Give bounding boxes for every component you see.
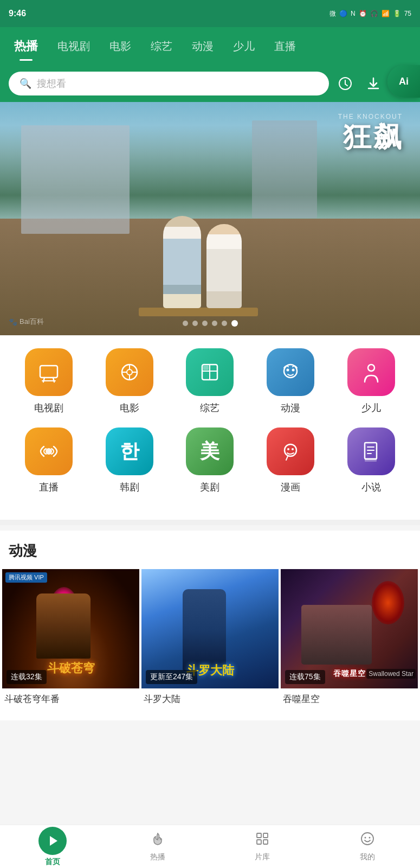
anime-card-2-image: 斗罗大陆 更新至247集 bbox=[141, 569, 279, 688]
tab-tv[interactable]: 电视剧 bbox=[48, 35, 100, 58]
svg-line-30 bbox=[286, 456, 288, 460]
svg-line-2 bbox=[345, 84, 347, 86]
hero-background: THE KNOCKOUT 狂飙 🐾 Bai百科 bbox=[0, 102, 420, 335]
svg-rect-6 bbox=[40, 366, 57, 378]
category-us-icon: 美 bbox=[186, 427, 234, 475]
category-korean-label: 韩剧 bbox=[120, 481, 139, 494]
svg-point-11 bbox=[127, 369, 132, 375]
svg-point-29 bbox=[292, 448, 294, 450]
categories-row-1: 电视剧 电影 bbox=[9, 348, 411, 414]
ai-label: Ai bbox=[399, 76, 409, 87]
category-us[interactable]: 美 美剧 bbox=[177, 427, 242, 494]
anime-card-1[interactable]: 斗破苍穹 腾讯视频 VIP 连载32集 斗破苍穹年番 bbox=[2, 569, 139, 710]
download-icon bbox=[366, 76, 381, 91]
card3-title: 吞噬星空 bbox=[281, 688, 418, 710]
search-input-wrap[interactable]: 🔍 搜想看 bbox=[9, 72, 329, 95]
tab-movie[interactable]: 电影 bbox=[100, 35, 141, 58]
anime-card-3[interactable]: 吞噬星空 Swallowed Star 连载75集 吞噬星空 bbox=[281, 569, 418, 710]
bottom-nav: 首页 热播 片库 我的 bbox=[0, 825, 420, 868]
bottom-nav-mine[interactable]: 我的 bbox=[315, 825, 420, 868]
search-bar: 🔍 搜想看 bbox=[0, 65, 420, 102]
grid-svg bbox=[255, 831, 270, 846]
category-kids-label: 少儿 bbox=[361, 401, 381, 414]
live-svg bbox=[37, 439, 61, 463]
dot-4 bbox=[212, 321, 217, 326]
anime-section: 动漫 斗破苍穹 腾讯视频 VIP 连载32集 斗破苍穹年番 斗罗大陆 更新至24 bbox=[0, 531, 420, 720]
tab-kids[interactable]: 少儿 bbox=[223, 35, 264, 58]
status-time: 9:46 bbox=[9, 9, 26, 18]
categories-section: 电视剧 电影 bbox=[0, 335, 420, 520]
status-icons: 微 🔵 N ⏰ 🎧 📶 🔋 75 bbox=[329, 9, 411, 18]
tab-hot[interactable]: 热播 bbox=[4, 34, 48, 59]
card3-fire bbox=[372, 581, 404, 624]
bottom-nav-home[interactable]: 首页 bbox=[0, 825, 105, 868]
search-icon: 🔍 bbox=[20, 78, 31, 90]
bottom-nav-mine-label: 我的 bbox=[360, 852, 375, 862]
baidu-watermark: 🐾 Bai百科 bbox=[9, 317, 44, 327]
dot-3 bbox=[202, 321, 208, 326]
card3-chars bbox=[301, 605, 372, 665]
status-bar: 9:46 微 🔵 N ⏰ 🎧 📶 🔋 75 bbox=[0, 0, 420, 27]
tab-live[interactable]: 直播 bbox=[264, 35, 306, 58]
category-variety[interactable]: 综艺 bbox=[177, 348, 242, 414]
search-placeholder: 搜想看 bbox=[37, 77, 66, 90]
svg-point-43 bbox=[365, 837, 366, 839]
category-tv-label: 电视剧 bbox=[34, 401, 63, 414]
svg-rect-40 bbox=[257, 840, 261, 844]
category-movie-label: 电影 bbox=[120, 401, 139, 414]
kids-svg bbox=[359, 360, 383, 384]
download-button[interactable] bbox=[364, 74, 383, 93]
dot-1 bbox=[183, 321, 188, 326]
svg-point-26 bbox=[46, 448, 52, 455]
bluetooth-icon: 🔵 bbox=[339, 10, 347, 17]
category-anime[interactable]: 动漫 bbox=[258, 348, 323, 414]
anime-svg bbox=[279, 360, 302, 384]
nfc-icon: N bbox=[351, 10, 356, 17]
category-live[interactable]: 直播 bbox=[16, 427, 81, 494]
bottom-nav-library[interactable]: 片库 bbox=[210, 825, 315, 868]
bottom-nav-library-label: 片库 bbox=[255, 852, 270, 862]
svg-marker-37 bbox=[50, 836, 57, 846]
ai-button[interactable]: Ai bbox=[387, 65, 420, 98]
card3-title-text: 吞噬星空 bbox=[333, 669, 366, 679]
baidu-logo: 🐾 bbox=[9, 318, 17, 326]
category-comic[interactable]: 漫画 bbox=[258, 427, 323, 494]
svg-rect-19 bbox=[203, 366, 209, 370]
card3-badge: 连载75集 bbox=[285, 670, 325, 684]
category-us-label: 美剧 bbox=[200, 481, 219, 494]
svg-point-23 bbox=[368, 365, 374, 371]
category-tv[interactable]: 电视剧 bbox=[16, 348, 81, 414]
category-movie[interactable]: 电影 bbox=[97, 348, 162, 414]
card2-title: 斗罗大陆 bbox=[141, 688, 279, 710]
male-figure bbox=[163, 216, 201, 308]
category-novel[interactable]: 小说 bbox=[339, 427, 404, 494]
tv-svg bbox=[37, 360, 61, 384]
hero-banner[interactable]: THE KNOCKOUT 狂飙 🐾 Bai百科 bbox=[0, 102, 420, 335]
tab-anime[interactable]: 动漫 bbox=[182, 35, 223, 58]
dot-2 bbox=[192, 321, 198, 326]
bottom-nav-hot[interactable]: 热播 bbox=[105, 825, 210, 868]
history-button[interactable] bbox=[335, 74, 355, 93]
category-novel-icon bbox=[347, 427, 395, 475]
comic-svg bbox=[279, 439, 302, 463]
svg-rect-38 bbox=[257, 833, 261, 838]
category-comic-icon bbox=[267, 427, 314, 475]
card2-badge: 更新至247集 bbox=[146, 670, 197, 684]
category-comic-label: 漫画 bbox=[281, 481, 300, 494]
card2-figure bbox=[183, 589, 226, 671]
bench bbox=[139, 308, 258, 316]
building-bg bbox=[21, 125, 130, 234]
tab-variety[interactable]: 综艺 bbox=[141, 35, 182, 58]
svg-point-42 bbox=[361, 833, 373, 845]
anime-content-grid: 斗破苍穹 腾讯视频 VIP 连载32集 斗破苍穹年番 斗罗大陆 更新至247集 … bbox=[0, 569, 420, 710]
category-tv-icon bbox=[25, 348, 73, 396]
anime-card-3-image: 吞噬星空 Swallowed Star 连载75集 bbox=[281, 569, 418, 688]
anime-section-title: 动漫 bbox=[0, 541, 420, 569]
category-kids[interactable]: 少儿 bbox=[339, 348, 404, 414]
banner-dots bbox=[183, 320, 238, 327]
category-anime-icon bbox=[267, 348, 314, 396]
category-korean[interactable]: 한 韩剧 bbox=[97, 427, 162, 494]
dot-5 bbox=[222, 321, 227, 326]
anime-card-2[interactable]: 斗罗大陆 更新至247集 斗罗大陆 bbox=[141, 569, 279, 710]
baidu-text: Bai百科 bbox=[20, 317, 44, 327]
